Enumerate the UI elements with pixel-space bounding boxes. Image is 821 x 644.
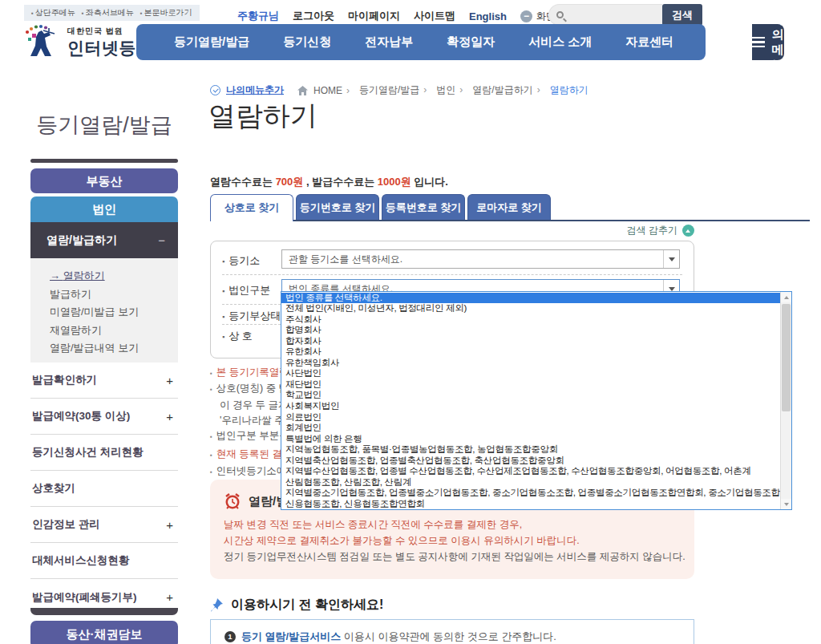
skip-link-top-menu[interactable]: 상단주메뉴 — [31, 7, 75, 18]
global-nav: 등기열람/발급 등기신청 전자납부 확정일자 서비스 소개 자료센터 통 계 나… — [136, 24, 706, 60]
sidebar-item-alt-service-status[interactable]: 대체서비스신청현황 — [30, 543, 178, 579]
corp-type-option[interactable]: 유한책임회사 — [281, 358, 780, 369]
hide-search-label: 검색 감추기 — [627, 224, 677, 237]
sidebar-real-estate-button[interactable]: 부동산 — [30, 168, 178, 193]
sidebar-subitem-unviewed[interactable]: 미열람/미발급 보기 — [50, 303, 178, 322]
breadcrumb-view-issue[interactable]: 열람/발급하기 — [472, 83, 544, 97]
corp-type-option[interactable]: 사단법인 — [281, 368, 780, 379]
sitemap-link[interactable]: 사이트맵 — [414, 9, 455, 23]
sidebar-item-issue-confirm[interactable]: 발급확인하기+ — [30, 363, 178, 399]
corp-type-option[interactable]: 유한회사 — [281, 346, 780, 358]
nav-service-intro[interactable]: 서비스 소개 — [512, 34, 609, 50]
skip-link-content[interactable]: 본문바로가기 — [140, 7, 192, 18]
expand-icon: + — [166, 374, 173, 387]
sidebar-item-case-status[interactable]: 등기신청사건 처리현황 — [30, 435, 178, 471]
corp-type-option[interactable]: 신용협동조합, 신용협동조합연합회 — [281, 499, 780, 509]
nav-statistics[interactable]: 통 계 — [690, 34, 751, 50]
search-input[interactable] — [568, 10, 657, 21]
sidebar-subitem-history[interactable]: 열람/발급내역 보기 — [50, 339, 178, 358]
sidebar-subitem-view[interactable]: → 열람하기 — [50, 267, 178, 286]
user-name[interactable]: 주황규님 — [237, 9, 279, 23]
sidebar-top-bar — [30, 159, 178, 163]
nav-registry-apply[interactable]: 등기신청 — [266, 34, 348, 50]
corp-type-option[interactable]: 법인 종류를 선택하세요. — [281, 293, 780, 304]
sidebar-subitem-issue[interactable]: 발급하기 — [50, 286, 178, 304]
nav-registry-view-issue[interactable]: 등기열람/발급 — [157, 34, 266, 50]
collapse-up-icon — [682, 225, 694, 237]
corp-type-option[interactable]: 산림협동조합, 산림조합, 산림계 — [281, 477, 780, 488]
breadcrumb: 나의메뉴추가 HOME 등기열람/발급 법인 열람/발급하기 열람하기 — [210, 83, 588, 97]
corp-type-option[interactable]: 재단법인 — [281, 379, 780, 391]
sidebar-corporation-button[interactable]: 법인 — [30, 196, 178, 222]
add-my-menu-link[interactable]: 나의메뉴추가 — [226, 83, 284, 97]
collapse-icon: − — [158, 233, 165, 247]
nav-fixed-date[interactable]: 확정일자 — [430, 34, 512, 50]
breadcrumb-corporation[interactable]: 법인 — [436, 83, 467, 97]
corp-type-option[interactable]: 지역별중소기업협동조합, 업종별중소기업협동조합, 중소기업협동소조합, 업종별… — [281, 488, 780, 499]
view-fee: 700원 — [276, 176, 304, 188]
issue-fee: 1000원 — [378, 176, 411, 188]
check-before-use-header: 이용하시기 전 확인하세요! — [210, 597, 383, 614]
font-decrease-button[interactable]: − — [520, 10, 532, 22]
expand-icon: + — [166, 518, 173, 532]
breadcrumb-registry[interactable]: 등기열람/발급 — [359, 83, 431, 97]
alert-line-3: 정기 등기업무전산시스템 점검일 또는 별도 공지사항에 기재된 작업일에는 서… — [224, 549, 686, 565]
corp-type-label: 법인구분 — [222, 283, 270, 298]
skip-link-left-menu[interactable]: 좌측서브메뉴 — [82, 7, 134, 18]
scroll-up-icon[interactable] — [781, 292, 791, 302]
search-icon — [556, 11, 564, 18]
dropdown-scrollbar[interactable] — [780, 292, 791, 509]
hide-search-toggle[interactable]: 검색 감추기 — [210, 224, 694, 237]
sidebar-movables-button[interactable]: 동산·채권담보 — [30, 621, 178, 644]
corp-type-option[interactable]: 지역별수산업협동조합, 업종별 수산업협동조합, 수산업제조업협동조합, 수산업… — [281, 466, 780, 477]
expand-icon: + — [166, 590, 173, 604]
check-icon — [210, 85, 220, 95]
nav-data-center[interactable]: 자료센터 — [609, 34, 690, 50]
search-button[interactable]: 검색 — [662, 4, 702, 26]
search-tabs: 상호로 찾기 등기번호로 찾기 등록번호로 찾기 로마자로 찾기 — [210, 194, 551, 221]
corp-type-option[interactable]: 전체 법인(지배인, 미성년자, 법정대리인 제외) — [281, 303, 780, 314]
sidebar-item-issue-reserve-30[interactable]: 발급예약(30통 이상)+ — [30, 399, 178, 435]
check-before-use-title: 이용하시기 전 확인하세요! — [231, 597, 383, 614]
scroll-down-icon[interactable] — [781, 499, 791, 509]
corp-type-option[interactable]: 회계법인 — [281, 423, 780, 434]
my-menu-button[interactable]: 나의메뉴 — [752, 24, 784, 60]
page-title: 열람하기 — [208, 98, 317, 135]
logout-link[interactable]: 로그아웃 — [293, 9, 334, 23]
corp-type-dropdown: 법인 종류를 선택하세요. 전체 법인(지배인, 미성년자, 법정대리인 제외)… — [281, 291, 792, 510]
corp-type-option[interactable]: 사회복지법인 — [281, 401, 780, 412]
corp-type-option[interactable]: 지역별축산업협동조합, 업종별축산업협동조합, 축산업협동조합중앙회 — [281, 456, 780, 467]
sidebar-subitem-reread[interactable]: 재열람하기 — [50, 322, 178, 340]
corp-type-option[interactable]: 특별법에 의한 은행 — [281, 434, 780, 445]
registry-office-label: 등기소 — [222, 253, 260, 268]
corp-type-option[interactable]: 지역농업협동조합, 품목별·업종별농업협동조합, 농업협동조합중앙회 — [281, 444, 780, 456]
corp-type-option[interactable]: 합자회사 — [281, 336, 780, 347]
tab-by-registration-number[interactable]: 등록번호로 찾기 — [382, 194, 465, 220]
corp-type-option[interactable]: 주식회사 — [281, 314, 780, 326]
sidebar-title: 등기열람/발급 — [30, 111, 178, 140]
corp-type-option[interactable]: 합명회사 — [281, 325, 780, 336]
corp-type-option[interactable]: 학교법인 — [281, 390, 780, 401]
skip-links: 상단주메뉴 좌측서브메뉴 본문바로가기 — [24, 5, 200, 21]
tab-by-registry-number[interactable]: 등기번호로 찾기 — [296, 194, 379, 220]
tab-by-roman[interactable]: 로마자로 찾기 — [467, 194, 551, 220]
sidebar-item-trade-name-search[interactable]: 상호찾기 — [30, 471, 178, 507]
corp-type-option[interactable]: 의료법인 — [281, 412, 780, 423]
expand-icon: + — [166, 410, 173, 423]
select-arrow-icon — [663, 250, 679, 268]
trade-name-label: 상 호 — [222, 329, 253, 343]
english-link[interactable]: English — [469, 10, 507, 22]
breadcrumb-home[interactable]: HOME — [313, 85, 354, 96]
registry-status-label: 등기부상태 — [222, 309, 281, 323]
nav-epayment[interactable]: 전자납부 — [348, 34, 430, 50]
search-field[interactable] — [548, 4, 662, 26]
fee-notice: 열람수수료는 700원 , 발급수수료는 1000원 입니다. — [210, 175, 448, 189]
scrollbar-thumb[interactable] — [782, 304, 791, 411]
sidebar-item-seal-info[interactable]: 인감정보 관리+ — [30, 507, 178, 543]
mypage-link[interactable]: 마이페이지 — [348, 9, 400, 23]
tab-by-trade-name[interactable]: 상호로 찾기 — [210, 194, 293, 221]
sidebar-section-view-issue[interactable]: 열람/발급하기 − — [30, 222, 178, 258]
registry-office-select[interactable]: 관할 등기소를 선택하세요. — [281, 249, 680, 269]
hamburger-icon — [752, 37, 765, 48]
alarm-clock-icon — [223, 492, 242, 511]
